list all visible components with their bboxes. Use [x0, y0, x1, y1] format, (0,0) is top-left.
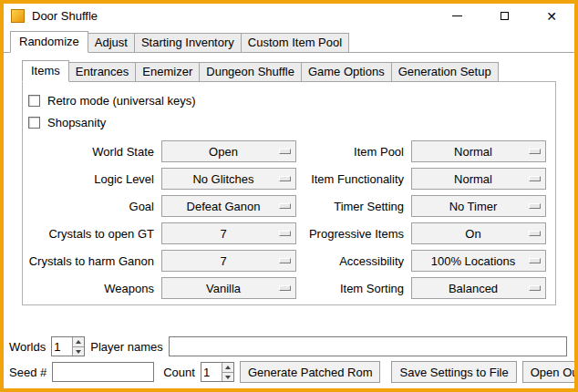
tab-generation-setup[interactable]: Generation Setup — [391, 62, 499, 82]
close-icon: ✕ — [546, 10, 557, 23]
titlebar[interactable]: Door Shuffle ✕ — [4, 4, 574, 28]
progressive-items-label: Progressive Items — [304, 227, 404, 241]
item-pool-value: Normal — [454, 145, 492, 159]
worlds-row: Worlds Player names — [9, 335, 569, 357]
item-sorting-value: Balanced — [449, 282, 498, 295]
accessibility-value: 100% Locations — [431, 254, 516, 268]
generate-patched-rom-button[interactable]: Generate Patched Rom — [240, 361, 381, 383]
timer-setting-value: No Timer — [449, 200, 498, 213]
progressive-items-dropdown[interactable]: On — [411, 222, 546, 244]
shopsanity-checkbox[interactable] — [28, 117, 40, 129]
close-button[interactable]: ✕ — [542, 6, 562, 26]
retro-mode-label: Retro mode (universal keys) — [47, 94, 196, 108]
tab-starting-inventory[interactable]: Starting Inventory — [134, 33, 242, 53]
minimize-button[interactable] — [447, 6, 467, 26]
shopsanity-label: Shopsanity — [47, 116, 106, 129]
tab-dungeon-shuffle[interactable]: Dungeon Shuffle — [199, 62, 302, 82]
worlds-spin-up-button[interactable] — [73, 337, 84, 346]
bottom-bar: Worlds Player names Seed # Count — [4, 330, 574, 388]
dropdown-indicator-icon — [279, 285, 291, 291]
logic-level-dropdown[interactable]: No Glitches — [161, 168, 296, 190]
tab-enemizer[interactable]: Enemizer — [135, 62, 200, 82]
tab-entrances[interactable]: Entrances — [68, 62, 137, 82]
goal-label: Goal — [26, 200, 154, 213]
dropdown-indicator-icon — [529, 149, 541, 154]
worlds-spin-down-button[interactable] — [73, 346, 84, 356]
dropdown-indicator-icon — [279, 231, 291, 236]
crystals-harm-ganon-value: 7 — [220, 254, 226, 268]
spin-up-icon — [76, 340, 81, 344]
spin-up-icon — [225, 366, 231, 369]
worlds-spinbox[interactable] — [51, 336, 85, 356]
dropdown-indicator-icon — [529, 176, 541, 181]
window-title: Door Shuffle — [32, 9, 98, 23]
dropdown-indicator-icon — [529, 285, 541, 291]
timer-setting-label: Timer Setting — [304, 200, 404, 213]
main-tab-bar: Randomize Adjust Starting Inventory Cust… — [4, 31, 574, 53]
tab-randomize[interactable]: Randomize — [10, 31, 88, 53]
dropdown-indicator-icon — [529, 258, 541, 263]
tab-adjust[interactable]: Adjust — [88, 33, 135, 53]
goal-dropdown[interactable]: Defeat Ganon — [161, 195, 296, 217]
maximize-icon — [501, 12, 509, 20]
item-sorting-dropdown[interactable]: Balanced — [411, 277, 546, 299]
door-shuffle-window: Door Shuffle ✕ Randomize Adjust Starting… — [0, 0, 578, 392]
minimize-icon — [452, 15, 462, 16]
dropdown-indicator-icon — [529, 231, 541, 236]
seed-input[interactable] — [52, 362, 154, 382]
weapons-value: Vanilla — [206, 282, 241, 295]
logic-level-label: Logic Level — [26, 172, 154, 186]
world-state-dropdown[interactable]: Open — [161, 140, 296, 162]
tab-custom-item-pool[interactable]: Custom Item Pool — [241, 33, 349, 53]
timer-setting-dropdown[interactable]: No Timer — [411, 195, 546, 217]
item-functionality-label: Item Functionality — [304, 172, 404, 186]
window-controls: ✕ — [447, 6, 574, 26]
player-names-label: Player names — [90, 340, 162, 354]
crystals-open-gt-label: Crystals to open GT — [26, 227, 154, 241]
dropdown-indicator-icon — [279, 203, 291, 209]
maximize-button[interactable] — [494, 6, 514, 26]
seed-label: Seed # — [9, 366, 46, 379]
item-sorting-label: Item Sorting — [304, 282, 404, 295]
crystals-harm-ganon-label: Crystals to harm Ganon — [26, 254, 154, 268]
count-spin-buttons — [222, 363, 233, 381]
dropdown-indicator-icon — [529, 203, 541, 209]
tab-game-options[interactable]: Game Options — [301, 62, 392, 82]
accessibility-dropdown[interactable]: 100% Locations — [411, 250, 546, 272]
item-functionality-value: Normal — [454, 172, 492, 186]
world-state-value: Open — [209, 145, 238, 159]
crystals-harm-ganon-dropdown[interactable]: 7 — [161, 250, 296, 272]
seed-row: Seed # Count Generate Patched Rom Save S… — [9, 361, 569, 383]
count-label: Count — [163, 366, 195, 379]
player-names-input[interactable] — [169, 336, 567, 356]
worlds-label: Worlds — [9, 340, 46, 354]
worlds-input[interactable] — [52, 337, 72, 356]
spin-down-icon — [76, 350, 81, 354]
count-input[interactable] — [201, 363, 222, 381]
count-spin-down-button[interactable] — [222, 372, 233, 381]
item-pool-dropdown[interactable]: Normal — [411, 140, 546, 162]
app-icon[interactable] — [11, 9, 25, 23]
dropdown-indicator-icon — [279, 149, 291, 154]
logic-level-value: No Glitches — [192, 172, 253, 186]
retro-mode-checkbox-row[interactable]: Retro mode (universal keys) — [26, 89, 550, 111]
goal-value: Defeat Ganon — [187, 200, 261, 213]
crystals-open-gt-dropdown[interactable]: 7 — [161, 222, 296, 244]
items-pane: Retro mode (universal keys) Shopsanity W… — [22, 81, 556, 305]
item-functionality-dropdown[interactable]: Normal — [411, 168, 546, 190]
count-spin-up-button[interactable] — [222, 363, 233, 372]
progressive-items-value: On — [465, 227, 480, 241]
item-pool-label: Item Pool — [304, 145, 404, 159]
accessibility-label: Accessibility — [304, 254, 404, 268]
shopsanity-checkbox-row[interactable]: Shopsanity — [26, 111, 550, 133]
spin-down-icon — [225, 376, 231, 379]
randomize-pane: Items Entrances Enemizer Dungeon Shuffle… — [4, 52, 574, 330]
weapons-dropdown[interactable]: Vanilla — [161, 277, 296, 299]
count-spinbox[interactable] — [201, 362, 234, 382]
retro-mode-checkbox[interactable] — [28, 95, 40, 107]
worlds-spin-buttons — [72, 337, 84, 356]
open-output-directory-button[interactable]: Open Output Directory — [522, 361, 578, 383]
save-settings-button[interactable]: Save Settings to File — [391, 361, 516, 383]
tab-items[interactable]: Items — [22, 60, 69, 82]
sub-tab-bar: Items Entrances Enemizer Dungeon Shuffle… — [22, 60, 556, 82]
